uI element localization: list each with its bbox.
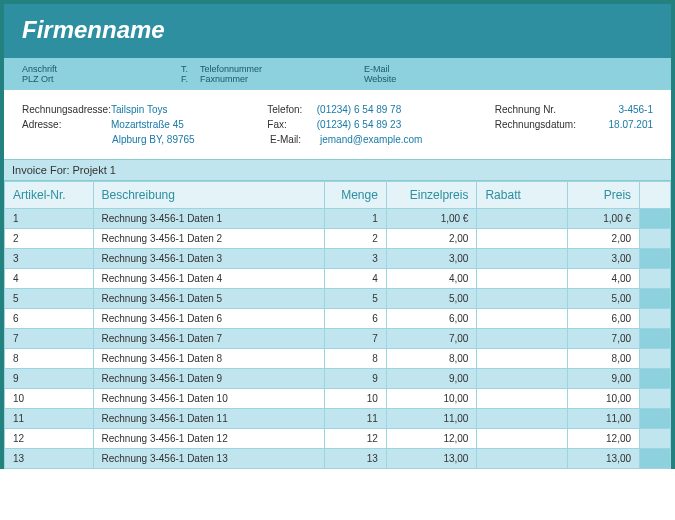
cell-qty: 7 bbox=[325, 329, 387, 349]
document: Firmenname Anschrift T. Telefonnummer E-… bbox=[0, 0, 675, 469]
cell-ext bbox=[640, 429, 671, 449]
cell-rab bbox=[477, 349, 568, 369]
cell-pr: 8,00 bbox=[568, 349, 640, 369]
cell-desc: Rechnung 3-456-1 Daten 11 bbox=[93, 409, 325, 429]
cell-ep: 12,00 bbox=[386, 429, 477, 449]
invoice-date-label: Rechnungsdatum: bbox=[495, 119, 594, 130]
cell-ext bbox=[640, 269, 671, 289]
fax-label2: Fax: bbox=[267, 119, 316, 130]
plzort-label: PLZ Ort bbox=[22, 74, 177, 84]
cell-qty: 4 bbox=[325, 269, 387, 289]
cell-qty: 10 bbox=[325, 389, 387, 409]
cell-rab bbox=[477, 449, 568, 469]
table-row: 10Rechnung 3-456-1 Daten 101010,0010,00 bbox=[5, 389, 671, 409]
col-menge: Menge bbox=[325, 182, 387, 209]
cell-desc: Rechnung 3-456-1 Daten 2 bbox=[93, 229, 325, 249]
table-row: 13Rechnung 3-456-1 Daten 131313,0013,00 bbox=[5, 449, 671, 469]
col-beschreibung: Beschreibung bbox=[93, 182, 325, 209]
table-row: 8Rechnung 3-456-1 Daten 888,008,00 bbox=[5, 349, 671, 369]
cell-num: 4 bbox=[5, 269, 94, 289]
cell-qty: 5 bbox=[325, 289, 387, 309]
cell-ep: 4,00 bbox=[386, 269, 477, 289]
invoice-nr-label: Rechnung Nr. bbox=[495, 104, 594, 115]
table-row: 7Rechnung 3-456-1 Daten 777,007,00 bbox=[5, 329, 671, 349]
cell-ext bbox=[640, 369, 671, 389]
invoice-for: Invoice For: Projekt 1 bbox=[4, 159, 671, 181]
table-row: 2Rechnung 3-456-1 Daten 222,002,00 bbox=[5, 229, 671, 249]
billing-addr-value: Tailspin Toys bbox=[111, 104, 267, 115]
table-row: 12Rechnung 3-456-1 Daten 121212,0012,00 bbox=[5, 429, 671, 449]
cell-ext bbox=[640, 449, 671, 469]
cell-qty: 1 bbox=[325, 209, 387, 229]
cell-rab bbox=[477, 369, 568, 389]
cell-pr: 5,00 bbox=[568, 289, 640, 309]
cell-qty: 12 bbox=[325, 429, 387, 449]
cell-pr: 6,00 bbox=[568, 309, 640, 329]
cell-ep: 13,00 bbox=[386, 449, 477, 469]
cell-ep: 9,00 bbox=[386, 369, 477, 389]
cell-rab bbox=[477, 429, 568, 449]
cell-desc: Rechnung 3-456-1 Daten 4 bbox=[93, 269, 325, 289]
cell-num: 10 bbox=[5, 389, 94, 409]
cell-rab bbox=[477, 269, 568, 289]
cell-ep: 1,00 € bbox=[386, 209, 477, 229]
col-extra bbox=[640, 182, 671, 209]
cell-desc: Rechnung 3-456-1 Daten 7 bbox=[93, 329, 325, 349]
col-einzelpreis: Einzelpreis bbox=[386, 182, 477, 209]
cell-pr: 4,00 bbox=[568, 269, 640, 289]
addr-line2: Alpburg BY, 89765 bbox=[112, 134, 270, 145]
cell-pr: 11,00 bbox=[568, 409, 640, 429]
table-row: 4Rechnung 3-456-1 Daten 444,004,00 bbox=[5, 269, 671, 289]
cell-pr: 3,00 bbox=[568, 249, 640, 269]
cell-num: 9 bbox=[5, 369, 94, 389]
cell-num: 5 bbox=[5, 289, 94, 309]
invoice-date-value: 18.07.201 bbox=[594, 119, 653, 130]
tel-label: Telefonnummer bbox=[200, 64, 360, 74]
cell-num: 2 bbox=[5, 229, 94, 249]
email-label2: E-Mail: bbox=[270, 134, 320, 145]
email-value: jemand@example.com bbox=[320, 134, 500, 145]
cell-ep: 2,00 bbox=[386, 229, 477, 249]
cell-pr: 2,00 bbox=[568, 229, 640, 249]
cell-rab bbox=[477, 309, 568, 329]
cell-desc: Rechnung 3-456-1 Daten 1 bbox=[93, 209, 325, 229]
cell-ext bbox=[640, 329, 671, 349]
cell-ext bbox=[640, 389, 671, 409]
tel-value: (01234) 6 54 89 78 bbox=[317, 104, 495, 115]
cell-ext bbox=[640, 349, 671, 369]
table-row: 11Rechnung 3-456-1 Daten 111111,0011,00 bbox=[5, 409, 671, 429]
cell-num: 13 bbox=[5, 449, 94, 469]
invoice-nr-value: 3-456-1 bbox=[594, 104, 653, 115]
email-label: E-Mail bbox=[364, 64, 390, 74]
cell-desc: Rechnung 3-456-1 Daten 8 bbox=[93, 349, 325, 369]
cell-desc: Rechnung 3-456-1 Daten 6 bbox=[93, 309, 325, 329]
billing-addr-label: Rechnungsadresse: bbox=[22, 104, 111, 115]
cell-qty: 3 bbox=[325, 249, 387, 269]
table-header-row: Artikel-Nr. Beschreibung Menge Einzelpre… bbox=[5, 182, 671, 209]
table-row: 5Rechnung 3-456-1 Daten 555,005,00 bbox=[5, 289, 671, 309]
info-block: Rechnungsadresse: Tailspin Toys Telefon:… bbox=[4, 90, 671, 159]
cell-ep: 3,00 bbox=[386, 249, 477, 269]
header-bar: Firmenname bbox=[4, 4, 671, 58]
cell-desc: Rechnung 3-456-1 Daten 12 bbox=[93, 429, 325, 449]
tel-short-label: T. bbox=[181, 64, 196, 74]
cell-ext bbox=[640, 209, 671, 229]
cell-num: 12 bbox=[5, 429, 94, 449]
table-row: 6Rechnung 3-456-1 Daten 666,006,00 bbox=[5, 309, 671, 329]
cell-rab bbox=[477, 409, 568, 429]
cell-qty: 9 bbox=[325, 369, 387, 389]
cell-ext bbox=[640, 409, 671, 429]
cell-num: 1 bbox=[5, 209, 94, 229]
cell-rab bbox=[477, 289, 568, 309]
fax-label: Faxnummer bbox=[200, 74, 360, 84]
cell-ext bbox=[640, 289, 671, 309]
table-row: 3Rechnung 3-456-1 Daten 333,003,00 bbox=[5, 249, 671, 269]
cell-pr: 9,00 bbox=[568, 369, 640, 389]
addr-label: Adresse: bbox=[22, 119, 111, 130]
cell-desc: Rechnung 3-456-1 Daten 10 bbox=[93, 389, 325, 409]
cell-ep: 5,00 bbox=[386, 289, 477, 309]
cell-desc: Rechnung 3-456-1 Daten 3 bbox=[93, 249, 325, 269]
website-label: Website bbox=[364, 74, 396, 84]
cell-ep: 7,00 bbox=[386, 329, 477, 349]
addr-line1: Mozartstraße 45 bbox=[111, 119, 267, 130]
